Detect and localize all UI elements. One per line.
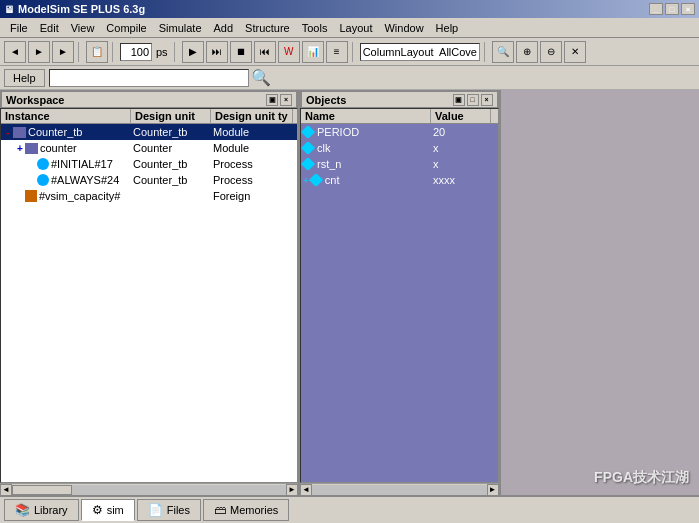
menu-help[interactable]: Help	[430, 20, 465, 36]
signal-icon	[309, 174, 323, 186]
sim-time-input[interactable]	[120, 43, 152, 61]
expand-icon[interactable]: -	[3, 127, 13, 138]
workspace-tree[interactable]: Instance Design unit Design unit ty - Co…	[0, 108, 298, 483]
toolbar-extra2-button[interactable]: ⊕	[516, 41, 538, 63]
toolbar-separator-4	[352, 42, 356, 62]
objects-tree[interactable]: Name Value PERIOD 20 clk x	[300, 108, 499, 483]
obj-scroll-right[interactable]: ►	[487, 484, 499, 496]
toolbar-back-button[interactable]: ◄	[4, 41, 26, 63]
process-icon	[37, 174, 49, 186]
scroll-right-button[interactable]: ►	[286, 484, 298, 496]
menu-edit[interactable]: Edit	[34, 20, 65, 36]
watermark: FPGA技术江湖	[594, 469, 689, 487]
toolbar-restart-button[interactable]: ⏮	[254, 41, 276, 63]
scroll-track[interactable]	[12, 485, 286, 495]
menu-structure[interactable]: Structure	[239, 20, 296, 36]
minimize-button[interactable]: _	[649, 3, 663, 15]
tab-files[interactable]: 📄 Files	[137, 499, 201, 521]
help-button[interactable]: Help	[4, 69, 45, 87]
toolbar-separator-3	[174, 42, 178, 62]
menu-file[interactable]: File	[4, 20, 34, 36]
row-unit: Counter_tb	[131, 126, 211, 138]
objects-col-headers: Name Value	[301, 109, 498, 124]
column-layout-input[interactable]	[360, 43, 480, 61]
workspace-title: Workspace	[6, 94, 65, 106]
menu-bar: File Edit View Compile Simulate Add Stru…	[0, 18, 699, 38]
toolbar-separator-1	[78, 42, 82, 62]
menu-window[interactable]: Window	[378, 20, 429, 36]
objects-float-button[interactable]: ▣	[453, 94, 465, 106]
process-icon	[37, 158, 49, 170]
toolbar-list-button[interactable]: ≡	[326, 41, 348, 63]
workspace-float-button[interactable]: ▣	[266, 94, 278, 106]
row-unit-type: Module	[211, 142, 291, 154]
tab-library[interactable]: 📚 Library	[4, 499, 79, 521]
toolbar-fwd2-button[interactable]: ►	[52, 41, 74, 63]
menu-add[interactable]: Add	[208, 20, 240, 36]
objects-title-bar: Objects ▣ □ ×	[300, 90, 499, 108]
menu-tools[interactable]: Tools	[296, 20, 334, 36]
col-design-unit: Design unit	[131, 109, 211, 123]
obj-value: x	[431, 158, 491, 170]
tab-files-label: Files	[167, 504, 190, 516]
obj-scroll-left[interactable]: ◄	[300, 484, 312, 496]
scroll-thumb[interactable]	[12, 485, 72, 495]
help-bar: Help 🔍	[0, 66, 699, 90]
obj-name: clk	[317, 142, 330, 154]
workspace-close-button[interactable]: ×	[280, 94, 292, 106]
object-row[interactable]: PERIOD 20	[301, 124, 498, 140]
object-row[interactable]: + cnt xxxx	[301, 172, 498, 188]
table-row[interactable]: #vsim_capacity# Foreign	[1, 188, 297, 204]
tab-sim[interactable]: ⚙ sim	[81, 499, 135, 521]
workspace-hscroll[interactable]: ◄ ►	[0, 483, 298, 495]
table-row[interactable]: #INITIAL#17 Counter_tb Process	[1, 156, 297, 172]
workspace-col-headers: Instance Design unit Design unit ty	[1, 109, 297, 124]
menu-view[interactable]: View	[65, 20, 101, 36]
row-unit: Counter	[131, 142, 211, 154]
toolbar-extra1-button[interactable]: 🔍	[492, 41, 514, 63]
toolbar-wave-button[interactable]: W	[278, 41, 300, 63]
toolbar-run-button[interactable]: ▶	[182, 41, 204, 63]
obj-name: cnt	[325, 174, 340, 186]
object-row[interactable]: clk x	[301, 140, 498, 156]
menu-compile[interactable]: Compile	[100, 20, 152, 36]
signal-icon	[301, 142, 315, 154]
help-search-input[interactable]	[49, 69, 249, 87]
menu-simulate[interactable]: Simulate	[153, 20, 208, 36]
toolbar-step-button[interactable]: ⏭	[206, 41, 228, 63]
toolbar-extra3-button[interactable]: ⊖	[540, 41, 562, 63]
workspace-panel: Workspace ▣ × Instance Design unit Desig…	[0, 90, 300, 495]
toolbar: ◄ ► ► 📋 ps ▶ ⏭ ⏹ ⏮ W 📊 ≡ 🔍 ⊕ ⊖ ✕	[0, 38, 699, 66]
tab-memories[interactable]: 🗃 Memories	[203, 499, 289, 521]
expand-icon[interactable]: +	[15, 143, 25, 154]
row-name: Counter_tb	[28, 126, 82, 138]
tab-sim-label: sim	[107, 504, 124, 516]
maximize-button[interactable]: □	[665, 3, 679, 15]
table-row[interactable]: - Counter_tb Counter_tb Module	[1, 124, 297, 140]
workspace-controls: ▣ ×	[266, 94, 292, 106]
objects-close-button[interactable]: ×	[481, 94, 493, 106]
row-name: #INITIAL#17	[51, 158, 113, 170]
toolbar-recompile-button[interactable]: 📋	[86, 41, 108, 63]
toolbar-log-button[interactable]: 📊	[302, 41, 324, 63]
app-title: ModelSim SE PLUS 6.3g	[18, 3, 145, 15]
toolbar-fwd-button[interactable]: ►	[28, 41, 50, 63]
table-row[interactable]: #ALWAYS#24 Counter_tb Process	[1, 172, 297, 188]
object-row[interactable]: rst_n x	[301, 156, 498, 172]
table-row[interactable]: + counter Counter Module	[1, 140, 297, 156]
scroll-left-button[interactable]: ◄	[0, 484, 12, 496]
toolbar-extra4-button[interactable]: ✕	[564, 41, 586, 63]
obj-value: xxxx	[431, 174, 491, 186]
row-unit-type: Process	[211, 174, 291, 186]
menu-layout[interactable]: Layout	[333, 20, 378, 36]
obj-value: 20	[431, 126, 491, 138]
obj-scroll-track[interactable]	[312, 485, 487, 495]
main-area: Workspace ▣ × Instance Design unit Desig…	[0, 90, 699, 495]
obj-value: x	[431, 142, 491, 154]
toolbar-stop-button[interactable]: ⏹	[230, 41, 252, 63]
tab-memories-label: Memories	[230, 504, 278, 516]
col-obj-name: Name	[301, 109, 431, 123]
objects-hscroll[interactable]: ◄ ►	[300, 483, 499, 495]
objects-maximize-button[interactable]: □	[467, 94, 479, 106]
close-button[interactable]: ×	[681, 3, 695, 15]
